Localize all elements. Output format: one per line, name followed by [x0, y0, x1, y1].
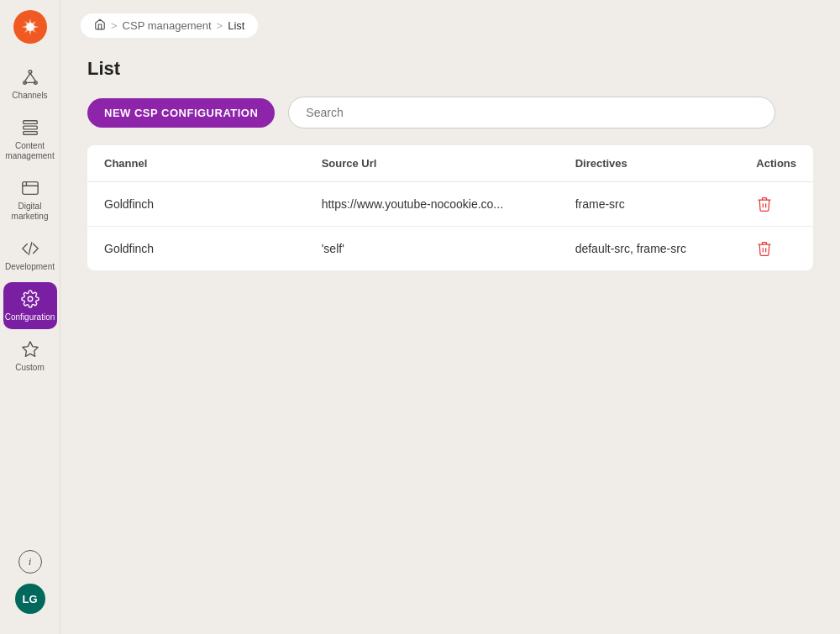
table-row: Goldfinch https://www.youtube-nocookie.c… [87, 182, 813, 227]
sidebar-bottom: i LG [15, 550, 45, 624]
page-title: List [87, 58, 813, 80]
svg-line-4 [24, 73, 29, 81]
cell-channel-1: Goldfinch [87, 227, 305, 271]
custom-label: Custom [15, 363, 44, 373]
col-header-actions: Actions [739, 145, 813, 182]
main-content: > CSP management > List List NEW CSP CON… [60, 0, 840, 634]
col-header-directives: Directives [559, 145, 740, 182]
col-header-source-url: Source Url [305, 145, 559, 182]
cell-directives-0: frame-src [559, 182, 740, 227]
development-label: Development [5, 262, 55, 272]
delete-button-0[interactable] [756, 196, 773, 212]
new-csp-config-button[interactable]: NEW CSP CONFIGURATION [87, 98, 275, 128]
app-logo[interactable] [13, 10, 47, 44]
user-avatar[interactable]: LG [15, 584, 45, 614]
toolbar: NEW CSP CONFIGURATION [87, 97, 813, 128]
breadcrumb-sep-1: > [111, 19, 118, 32]
svg-line-13 [29, 243, 32, 255]
sidebar-item-development[interactable]: Development [3, 232, 57, 279]
sidebar-item-channels[interactable]: Channels [3, 60, 57, 107]
svg-rect-8 [23, 126, 37, 129]
dev-icon [20, 238, 40, 259]
svg-rect-10 [22, 182, 37, 195]
col-header-channel: Channel [87, 145, 305, 182]
cell-channel-0: Goldfinch [87, 182, 305, 227]
content-management-label: Content management [5, 141, 54, 161]
configuration-label: Configuration [5, 312, 55, 322]
breadcrumb-csp-management[interactable]: CSP management [123, 19, 212, 32]
sidebar-item-content-management[interactable]: Content management [3, 111, 57, 168]
sidebar-item-custom[interactable]: Custom [3, 333, 57, 380]
channels-label: Channels [12, 91, 47, 101]
breadcrumb-current: List [228, 19, 244, 32]
sidebar: Channels Content management [0, 0, 60, 634]
cell-directives-1: default-src, frame-src [559, 227, 740, 271]
config-icon [20, 289, 40, 309]
digital-marketing-label: Digital marketing [7, 202, 54, 222]
svg-marker-15 [22, 342, 37, 356]
search-input[interactable] [288, 97, 775, 128]
csp-table: Channel Source Url Directives Actions Go… [87, 145, 813, 270]
content-icon [20, 118, 40, 138]
cell-actions-0 [739, 182, 813, 227]
cell-source-1: 'self' [305, 227, 559, 271]
channels-icon [20, 67, 40, 87]
cell-actions-1 [739, 227, 813, 271]
breadcrumb-sep-2: > [217, 19, 223, 32]
breadcrumb: > CSP management > List [81, 13, 258, 38]
cell-source-0: https://www.youtube-nocookie.co... [305, 182, 559, 227]
svg-rect-9 [23, 132, 37, 135]
header: > CSP management > List [60, 0, 840, 38]
svg-line-5 [30, 73, 35, 81]
page-content: List NEW CSP CONFIGURATION Channel Sourc… [60, 38, 840, 634]
sidebar-nav: Channels Content management [0, 60, 60, 550]
table-row: Goldfinch 'self' default-src, frame-src [87, 227, 813, 271]
breadcrumb-home-icon[interactable] [94, 18, 106, 33]
sidebar-item-digital-marketing[interactable]: Digital marketing [3, 171, 57, 228]
info-icon[interactable]: i [18, 550, 42, 574]
csp-table-container: Channel Source Url Directives Actions Go… [87, 145, 813, 270]
custom-icon [20, 339, 40, 359]
sidebar-item-configuration[interactable]: Configuration [3, 282, 57, 329]
table-header: Channel Source Url Directives Actions [87, 145, 813, 182]
marketing-icon [20, 178, 40, 198]
svg-rect-7 [23, 121, 37, 124]
svg-point-14 [28, 296, 33, 301]
delete-button-1[interactable] [756, 240, 773, 257]
table-body: Goldfinch https://www.youtube-nocookie.c… [87, 182, 813, 271]
